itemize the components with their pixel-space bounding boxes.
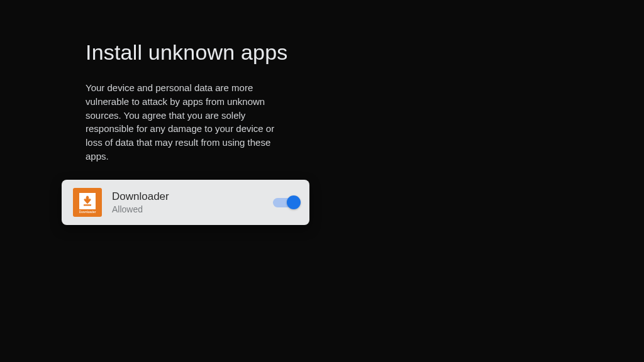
app-text-block: Downloader Allowed bbox=[112, 190, 273, 214]
page-title: Install unknown apps bbox=[86, 40, 314, 65]
svg-rect-2 bbox=[84, 204, 91, 206]
icon-caption: Downloader bbox=[79, 211, 96, 214]
downloader-app-icon: Downloader bbox=[73, 188, 102, 217]
download-arrow-icon bbox=[82, 195, 93, 207]
app-name: Downloader bbox=[112, 190, 273, 203]
app-permission-row[interactable]: Downloader Downloader Allowed bbox=[62, 180, 309, 225]
toggle-thumb bbox=[287, 195, 301, 209]
warning-description: Your device and personal data are more v… bbox=[86, 81, 287, 163]
permission-toggle[interactable] bbox=[273, 196, 298, 209]
svg-rect-1 bbox=[86, 197, 89, 201]
app-status: Allowed bbox=[112, 204, 273, 214]
